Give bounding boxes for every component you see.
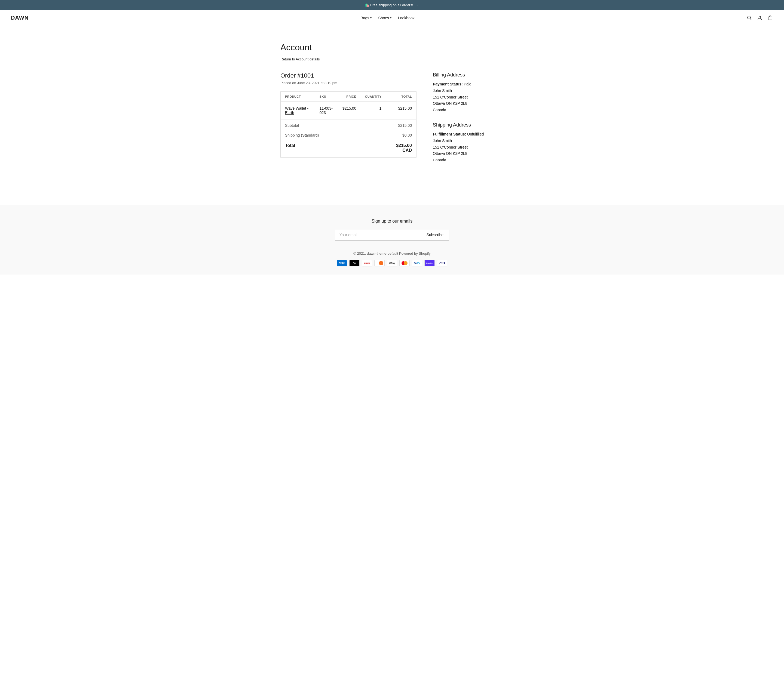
nav-item-bags[interactable]: Bags ▾ [361, 16, 372, 20]
shipping-country: Canada [433, 157, 504, 163]
shipping-row: Shipping (Standard) $0.00 [281, 129, 417, 139]
site-header: DAWN Bags ▾ Shoes ▾ Lookbook [0, 10, 784, 26]
header-icons [747, 15, 773, 21]
shipping-street: 151 O'Connor Street [433, 144, 504, 151]
payment-icons: AMEX Pay DINERS GPay PayPal [5, 260, 779, 266]
subtotal-label: Subtotal [281, 120, 386, 129]
billing-details: Payment Status: Paid John Smith 151 O'Co… [433, 81, 504, 113]
announcement-text: 🛍️ Free shipping on all orders! [365, 3, 413, 7]
mastercard-icon [399, 260, 410, 266]
email-form: Subscribe [335, 229, 449, 241]
svg-point-2 [759, 16, 761, 18]
diners-icon: DINERS [362, 260, 372, 266]
announcement-bar: 🛍️ Free shipping on all orders! → [0, 0, 784, 10]
shipping-name: John Smith [433, 138, 504, 144]
apple-pay-icon: Pay [349, 260, 359, 266]
subscribe-button[interactable]: Subscribe [421, 229, 449, 241]
cart-icon[interactable] [767, 15, 773, 21]
copyright-text: © 2021, dawn-theme-default Powered by Sh… [5, 252, 779, 256]
total-row: Total $215.00 CAD [281, 139, 417, 158]
billing-title: Billing Address [433, 72, 504, 78]
billing-section: Billing Address Payment Status: Paid Joh… [433, 72, 504, 113]
product-price: $215.00 [338, 102, 361, 120]
fulfillment-status-label: Fulfillment Status: [433, 132, 466, 136]
col-quantity: QUANTITY [361, 92, 386, 102]
nav-label-lookbook: Lookbook [398, 16, 415, 20]
billing-city: Ottawa ON K2P 2L8 [433, 100, 504, 107]
product-total: $215.00 [386, 102, 416, 120]
product-quantity: 1 [361, 102, 386, 120]
col-sku: SKU [315, 92, 338, 102]
main-content: Account Return to Account details Order … [269, 26, 515, 189]
email-signup-section: Sign up to our emails Subscribe [5, 219, 779, 241]
subtotal-value: $215.00 [386, 120, 416, 129]
nav-item-lookbook[interactable]: Lookbook [398, 16, 415, 20]
col-price: PRICE [338, 92, 361, 102]
discover-icon [374, 260, 385, 266]
email-signup-title: Sign up to our emails [5, 219, 779, 224]
visa-icon: VISA [437, 260, 447, 266]
order-number: Order #1001 [280, 72, 417, 79]
site-footer: Sign up to our emails Subscribe © 2021, … [0, 205, 784, 275]
chevron-down-icon: ▾ [390, 16, 392, 19]
shipping-section: Shipping Address Fulfillment Status: Unf… [433, 122, 504, 163]
site-logo: DAWN [11, 15, 29, 21]
paypal-icon: PayPal [412, 260, 422, 266]
amex-icon: AMEX [337, 260, 347, 266]
back-link[interactable]: Return to Account details [280, 57, 320, 61]
main-nav: Bags ▾ Shoes ▾ Lookbook [361, 16, 414, 20]
announcement-arrow: → [415, 3, 419, 7]
table-row: Wave Wallet - Earth 11-003-023 $215.00 1… [281, 102, 417, 120]
search-icon[interactable] [747, 15, 753, 21]
shipping-value: $0.00 [386, 129, 416, 139]
shipping-label: Shipping (Standard) [281, 129, 386, 139]
total-value: $215.00 CAD [386, 139, 416, 158]
svg-rect-3 [768, 17, 772, 20]
payment-status-value: Paid [464, 82, 471, 86]
payment-status-label: Payment Status: [433, 82, 463, 86]
order-date: Placed on June 23, 2021 at 8:19 pm [280, 81, 417, 85]
email-input[interactable] [335, 229, 421, 241]
col-product: PRODUCT [281, 92, 315, 102]
nav-label-bags: Bags [361, 16, 369, 20]
nav-item-shoes[interactable]: Shoes ▾ [378, 16, 392, 20]
col-total: TOTAL [386, 92, 416, 102]
product-sku: 11-003-023 [315, 102, 338, 120]
product-name: Wave Wallet - Earth [281, 102, 315, 120]
nav-label-shoes: Shoes [378, 16, 389, 20]
shipping-title: Shipping Address [433, 122, 504, 128]
total-label: Total [281, 139, 386, 158]
order-layout: Order #1001 Placed on June 23, 2021 at 8… [280, 72, 504, 172]
billing-country: Canada [433, 107, 504, 113]
page-title: Account [280, 42, 504, 53]
order-main: Order #1001 Placed on June 23, 2021 at 8… [280, 72, 417, 158]
fulfillment-status-value: Unfulfilled [467, 132, 484, 136]
order-table: PRODUCT SKU PRICE QUANTITY TOTAL Wave Wa… [280, 92, 417, 158]
billing-street: 151 O'Connor Street [433, 94, 504, 101]
order-sidebar: Billing Address Payment Status: Paid Joh… [433, 72, 504, 172]
svg-point-0 [748, 16, 751, 19]
shipping-details: Fulfillment Status: Unfulfilled John Smi… [433, 131, 504, 163]
shop-pay-icon: Shop Pay [425, 260, 435, 266]
chevron-down-icon: ▾ [370, 16, 372, 19]
product-link[interactable]: Wave Wallet - Earth [285, 106, 308, 115]
account-icon[interactable] [757, 15, 763, 21]
billing-name: John Smith [433, 88, 504, 94]
footer-bottom: © 2021, dawn-theme-default Powered by Sh… [5, 252, 779, 266]
google-pay-icon: GPay [387, 260, 397, 266]
svg-line-1 [750, 19, 751, 20]
subtotal-row: Subtotal $215.00 [281, 120, 417, 129]
shipping-city: Ottawa ON K2P 2L8 [433, 151, 504, 157]
